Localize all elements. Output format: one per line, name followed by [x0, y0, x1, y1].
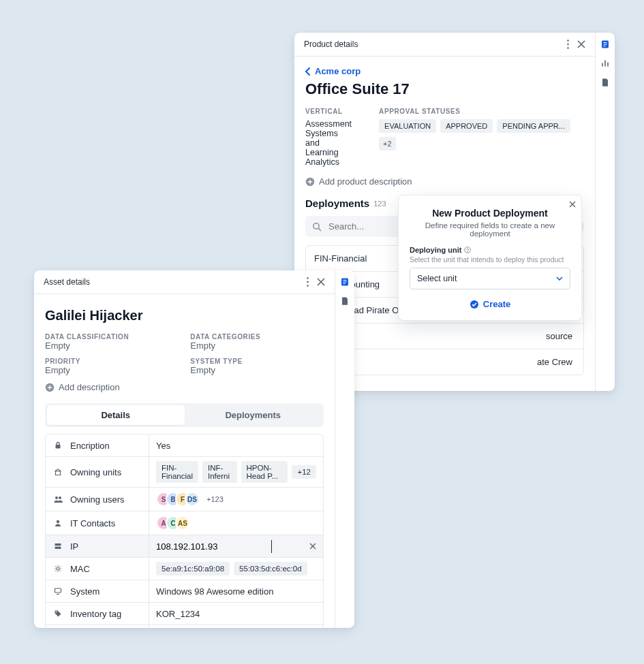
unit-chip: FIN-Financial: [156, 461, 198, 483]
chevron-down-icon: [556, 276, 563, 281]
ip-input[interactable]: [156, 540, 272, 553]
svg-rect-18: [55, 547, 61, 549]
building-icon: [52, 467, 63, 477]
new-deployment-popover: New Product Deployment Define required f…: [398, 195, 582, 321]
svg-point-16: [57, 520, 59, 523]
kebab-icon[interactable]: [307, 277, 309, 287]
row-label: MAC: [70, 564, 90, 574]
tag-icon: [52, 608, 63, 619]
status-badge: PENDING APPR...: [497, 119, 570, 133]
meta-value: Empty: [190, 341, 260, 351]
meta-label: DATA CATEGORIES: [190, 333, 260, 341]
meta-label: PRIORITY: [45, 358, 129, 365]
mac-chip: 55:03:5d:c6:ec:0d: [234, 562, 307, 575]
svg-point-10: [307, 281, 309, 283]
deploying-unit-help: Select the unit that intends to deploy t…: [410, 255, 570, 264]
plus-circle-icon: [305, 177, 315, 187]
table-row: MAC 5e:a9:1c:50:a9:08 55:03:5d:c6:ec:0d: [46, 558, 323, 580]
status-badge: APPROVED: [440, 119, 493, 133]
row-value: Yes: [156, 441, 170, 451]
breadcrumb[interactable]: Acme corp: [305, 66, 584, 76]
panel-header: Product details: [294, 33, 595, 57]
panel-header: Asset details: [34, 270, 335, 294]
chart-icon[interactable]: [599, 57, 611, 69]
chevron-left-icon: [305, 67, 311, 76]
approval-label: APPROVAL STATUSES: [379, 108, 584, 115]
table-row: Inventory tag KOR_1234: [46, 603, 323, 625]
search-icon: [312, 222, 322, 232]
svg-text:?: ?: [466, 248, 469, 253]
popover-title: New Product Deployment: [410, 208, 570, 219]
svg-rect-17: [55, 543, 61, 546]
popover-close-icon[interactable]: [569, 201, 576, 208]
users-icon: [52, 494, 63, 505]
svg-point-1: [567, 44, 569, 46]
meta-label: DATA CLASSIFICATION: [45, 333, 129, 341]
row-value: Windows 98 Awesome edition: [156, 586, 273, 597]
row-label: Encription: [70, 441, 110, 451]
side-rail: [595, 33, 615, 391]
details-table: Encription Yes Owning units FIN-Financia…: [45, 434, 324, 628]
unit-chip: INF-Inferni: [202, 461, 236, 483]
gear-icon: [52, 563, 63, 574]
svg-point-2: [567, 47, 569, 49]
server-icon: [52, 541, 63, 552]
table-row-ip[interactable]: IP: [46, 535, 323, 558]
breadcrumb-label: Acme corp: [315, 66, 361, 76]
row-label: IT Contacts: [70, 518, 115, 528]
meta-label: SYSTEM TYPE: [190, 358, 260, 365]
svg-point-4: [313, 223, 319, 228]
meta-value: Empty: [45, 341, 129, 351]
vertical-label: VERTICAL: [305, 108, 352, 115]
panel-title: Asset details: [44, 277, 90, 287]
user-icon: [52, 518, 63, 528]
add-product-description-button[interactable]: Add product description: [305, 176, 584, 187]
row-label: System: [70, 586, 99, 597]
deploying-unit-label: Deploying unit ?: [410, 246, 570, 254]
status-badge: EVALUATION: [379, 119, 436, 133]
tab-details[interactable]: Details: [47, 405, 185, 425]
close-icon[interactable]: [577, 40, 585, 48]
add-asset-description-button[interactable]: Add description: [45, 382, 324, 392]
add-description-label: Add description: [59, 382, 120, 392]
unit-chip: HPON-Head P...: [241, 461, 288, 483]
tab-deployments[interactable]: Deployments: [185, 405, 322, 425]
svg-point-11: [307, 285, 309, 287]
document-icon[interactable]: [599, 38, 611, 50]
mac-chip: 5e:a9:1c:50:a9:08: [156, 562, 230, 575]
avatar: AS: [175, 516, 190, 531]
table-row: System Windows 98 Awesome edition: [46, 580, 323, 603]
side-rail: [335, 270, 354, 628]
row-label: Owning users: [70, 494, 124, 505]
svg-rect-20: [55, 588, 61, 592]
file-icon[interactable]: [339, 295, 351, 307]
create-button[interactable]: Create: [410, 299, 570, 309]
clear-icon[interactable]: [309, 543, 316, 550]
avatar-stack: S B F DS: [156, 492, 200, 507]
unit-more[interactable]: +12: [292, 465, 316, 479]
table-row: Owning users S B F DS +123: [46, 488, 323, 511]
page-title: Office Suite 17: [305, 80, 584, 98]
row-label: Owning units: [70, 467, 121, 477]
row-label: Inventory tag: [70, 609, 121, 619]
avatar: DS: [185, 492, 200, 507]
help-icon[interactable]: ?: [464, 247, 471, 253]
avatar-more[interactable]: +123: [206, 495, 224, 503]
table-row: Encription Yes: [46, 434, 323, 457]
page-title: Galilei Hijacker: [45, 308, 324, 323]
svg-point-19: [57, 567, 59, 570]
lock-icon: [52, 440, 63, 451]
row-value: KOR_1234: [156, 609, 200, 619]
document-icon[interactable]: [339, 276, 351, 288]
file-icon[interactable]: [599, 76, 611, 89]
asset-details-panel: Asset details Galilei Hijacker DATA CLAS…: [34, 270, 354, 628]
deploying-unit-select[interactable]: Select unit: [410, 268, 570, 289]
deployments-count: 123: [373, 200, 386, 208]
status-more[interactable]: +2: [379, 137, 396, 151]
meta-value: Empty: [190, 365, 260, 375]
kebab-icon[interactable]: [567, 39, 569, 49]
table-row: Owning units FIN-Financial INF-Inferni H…: [46, 457, 323, 488]
avatar-stack: A C AS: [156, 516, 190, 531]
close-icon[interactable]: [317, 278, 325, 286]
table-row: IT Contacts A C AS: [46, 511, 323, 535]
